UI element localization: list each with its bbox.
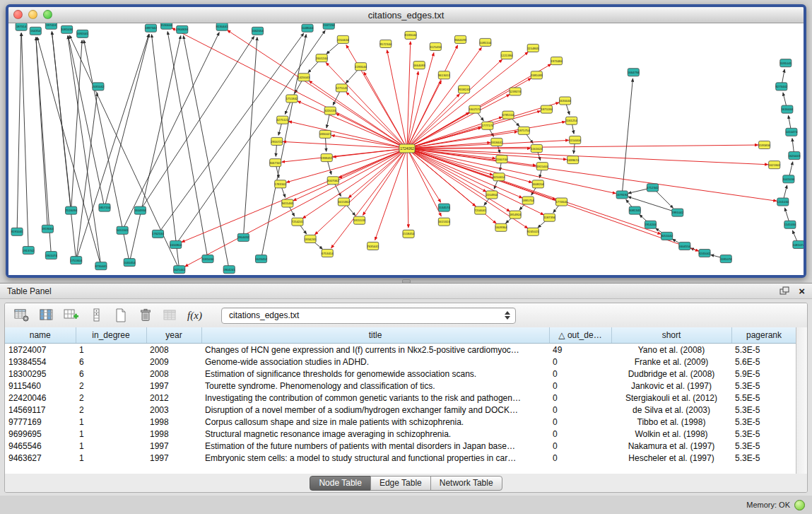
graph-node[interactable]: 1161624 xyxy=(531,144,543,152)
graph-edge[interactable] xyxy=(622,78,632,194)
table-cell[interactable]: Investigating the contribution of common… xyxy=(201,392,549,404)
table-cell[interactable]: 1 xyxy=(76,428,146,440)
graph-node[interactable]: 1751842 xyxy=(286,95,298,103)
table-row[interactable]: 1456911722003Disruption of a novel membe… xyxy=(5,404,796,416)
graph-node[interactable]: 1125434 xyxy=(430,42,442,50)
graph-node[interactable]: 2200634 xyxy=(337,35,349,43)
table-cell[interactable]: 5.3E-5 xyxy=(731,452,796,464)
close-panel-button[interactable]: × xyxy=(799,286,805,296)
graph-node[interactable]: 1854924 xyxy=(510,211,522,218)
graph-node[interactable]: 7485083 xyxy=(531,71,543,79)
graph-edge[interactable] xyxy=(21,33,28,250)
table-row[interactable]: 1872400712008Changes of HCN gene express… xyxy=(5,344,796,356)
table-row[interactable]: 911546021997Tourette syndrome. Phenomeno… xyxy=(5,380,796,392)
table-cell[interactable]: 9465546 xyxy=(5,440,76,452)
minimize-button[interactable] xyxy=(28,10,37,19)
graph-node[interactable]: 1141034 xyxy=(784,221,796,228)
table-cell[interactable]: 1 xyxy=(76,452,146,464)
graph-node[interactable]: 3081341 xyxy=(629,206,641,214)
graph-node[interactable]: 1901074 xyxy=(45,252,57,259)
graph-node[interactable]: 8191041 xyxy=(11,228,23,235)
table-cell[interactable]: 2 xyxy=(76,392,146,404)
graph-edge[interactable] xyxy=(407,148,532,182)
graph-node[interactable]: 4275122 xyxy=(276,116,288,124)
graph-node[interactable]: 1777174 xyxy=(481,122,493,129)
table-cell[interactable]: 0 xyxy=(549,392,611,404)
table-cell[interactable]: 6 xyxy=(76,368,146,380)
tab-network-table[interactable]: Network Table xyxy=(430,476,502,491)
graph-node[interactable]: 2283044 xyxy=(355,63,367,71)
graph-node[interactable]: 9572344 xyxy=(379,40,392,47)
table-cell[interactable]: 2 xyxy=(76,404,146,416)
graph-edge[interactable] xyxy=(36,37,48,229)
table-cell[interactable]: Corpus callosum shape and size in male p… xyxy=(201,416,549,428)
zoom-button[interactable] xyxy=(43,10,52,19)
graph-node[interactable]: 187314 xyxy=(16,23,27,30)
graph-node[interactable]: 1181034 xyxy=(202,255,214,263)
tab-node-table[interactable]: Node Table xyxy=(310,476,371,491)
table-cell[interactable]: 1997 xyxy=(146,452,201,464)
table-cell[interactable]: 5.3E-5 xyxy=(731,440,796,452)
graph-node[interactable]: 9664093 xyxy=(454,35,466,43)
graph-node[interactable]: 1783342 xyxy=(274,180,286,188)
table-row[interactable]: 969969511998Structural magnetic resonanc… xyxy=(5,428,796,440)
table-cell[interactable]: 0 xyxy=(549,440,611,452)
table-cell[interactable]: Embryonic stem cells: a model to study s… xyxy=(201,452,549,464)
graph-edge[interactable] xyxy=(364,72,407,148)
table-selector-dropdown[interactable]: citations_edges.txt xyxy=(221,308,516,324)
table-cell[interactable]: Estimation of the future numbers of pati… xyxy=(201,440,549,452)
graph-node[interactable]: 1604934 xyxy=(134,206,146,214)
graph-node[interactable]: 3007062 xyxy=(327,177,339,185)
graph-edge[interactable] xyxy=(167,32,208,259)
graph-node[interactable]: 1595834 xyxy=(758,141,770,148)
graph-node[interactable]: 1154805 xyxy=(527,44,539,52)
graph-node[interactable]: 1181074 xyxy=(720,255,732,263)
graph-node[interactable]: 1724062 xyxy=(399,144,415,153)
table-cell[interactable]: 5.3E-5 xyxy=(731,380,796,392)
show-columns-button[interactable] xyxy=(37,307,56,325)
graph-node[interactable]: 1904634 xyxy=(176,25,188,33)
table-cell[interactable]: 9115460 xyxy=(5,380,76,392)
table-cell[interactable]: 6 xyxy=(76,356,146,368)
table-cell[interactable]: 19384554 xyxy=(5,356,76,368)
graph-node[interactable]: 9613051 xyxy=(438,71,450,79)
graph-node[interactable]: 1692041 xyxy=(76,30,88,37)
graph-edge[interactable] xyxy=(407,148,616,194)
table-cell[interactable]: Structural magnetic resonance image aver… xyxy=(201,428,549,440)
graph-node[interactable]: 1602574 xyxy=(469,105,481,113)
graph-node[interactable]: 9245042 xyxy=(699,250,711,257)
table-cell[interactable]: 0 xyxy=(549,416,611,428)
close-button[interactable] xyxy=(13,10,23,19)
graph-node[interactable]: 1420043 xyxy=(298,74,310,81)
graph-node[interactable]: 1620443 xyxy=(788,152,800,160)
column-header-pagerank[interactable]: pagerank xyxy=(731,327,796,344)
graph-edge[interactable] xyxy=(105,35,149,208)
graph-node[interactable]: 1913742 xyxy=(23,246,35,254)
graph-edge[interactable] xyxy=(407,148,777,201)
graph-node[interactable]: 2031042 xyxy=(92,83,104,90)
graph-node[interactable]: 7204041 xyxy=(474,206,486,214)
column-header-short[interactable]: short xyxy=(611,327,731,344)
graph-node[interactable]: 1410474 xyxy=(785,128,797,136)
graph-node[interactable]: 9273442 xyxy=(775,83,787,90)
graph-node[interactable]: 1751604 xyxy=(70,257,82,264)
graph-node[interactable]: 1664794 xyxy=(628,69,640,76)
graph-node[interactable]: 2601244 xyxy=(316,54,328,62)
table-row[interactable]: 946554611997Estimation of the future num… xyxy=(5,440,796,452)
table-cell[interactable]: 5.3E-5 xyxy=(731,428,796,440)
graph-node[interactable]: 1625442 xyxy=(173,266,185,274)
table-cell[interactable]: 0 xyxy=(549,452,611,464)
table-cell[interactable]: 1997 xyxy=(146,440,201,452)
table-cell[interactable]: 0 xyxy=(549,368,611,380)
graph-node[interactable]: 1991042 xyxy=(671,209,683,216)
graph-node[interactable]: 6712342 xyxy=(647,184,659,192)
graph-edge[interactable] xyxy=(243,37,257,238)
graph-node[interactable]: 1623452 xyxy=(255,255,267,263)
graph-node[interactable]: 1630044 xyxy=(559,97,571,105)
graph-node[interactable]: 3210614 xyxy=(493,173,505,181)
table-row[interactable]: 2242004622012Investigating the contribut… xyxy=(5,392,796,404)
table-cell[interactable]: Jankovic et al. (1997) xyxy=(611,380,731,392)
table-cell[interactable]: Stergiakouli et al. (2012) xyxy=(611,392,731,404)
graph-node[interactable]: 2916722 xyxy=(271,137,283,145)
graph-node[interactable]: 1662054 xyxy=(252,27,264,35)
